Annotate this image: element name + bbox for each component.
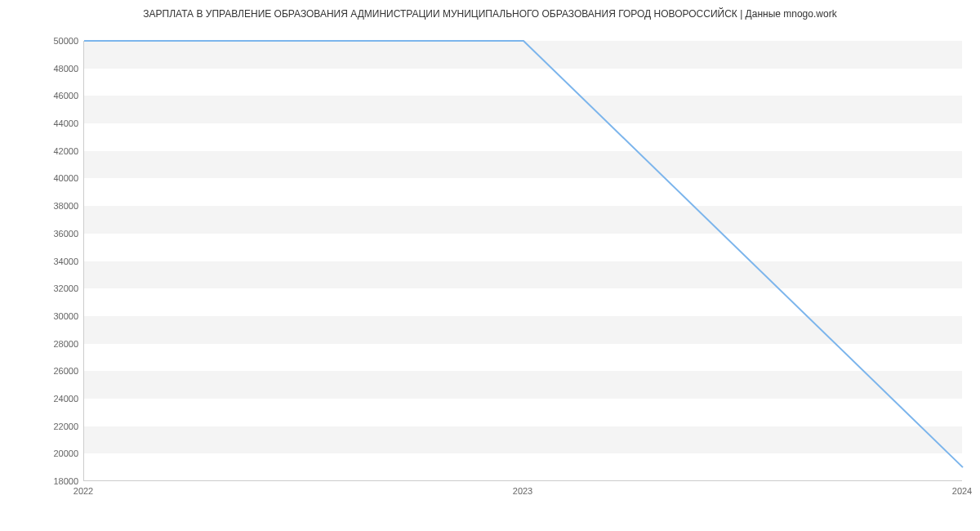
- y-tick-label: 22000: [38, 422, 78, 431]
- y-tick-label: 18000: [38, 476, 78, 486]
- y-tick-label: 24000: [38, 394, 78, 404]
- y-tick-label: 36000: [38, 229, 78, 239]
- y-tick-label: 42000: [38, 146, 78, 156]
- chart-container: ЗАРПЛАТА В УПРАВЛЕНИЕ ОБРАЗОВАНИЯ АДМИНИ…: [0, 0, 980, 531]
- y-tick-label: 48000: [38, 64, 78, 74]
- x-tick-label: 2022: [74, 486, 93, 496]
- y-tick-label: 28000: [38, 339, 78, 349]
- y-tick-label: 30000: [38, 311, 78, 321]
- y-tick-label: 40000: [38, 173, 78, 183]
- y-tick-label: 46000: [38, 91, 78, 100]
- y-tick-label: 44000: [38, 118, 78, 128]
- y-tick-label: 34000: [38, 257, 78, 266]
- plot-area: [83, 41, 962, 481]
- y-tick-label: 32000: [38, 283, 78, 293]
- y-tick-label: 20000: [38, 448, 78, 458]
- chart-title: ЗАРПЛАТА В УПРАВЛЕНИЕ ОБРАЗОВАНИЯ АДМИНИ…: [0, 8, 980, 20]
- data-line: [84, 41, 963, 467]
- y-tick-label: 38000: [38, 201, 78, 211]
- x-tick-label: 2024: [952, 486, 972, 496]
- y-tick-label: 50000: [38, 36, 78, 46]
- y-tick-label: 26000: [38, 366, 78, 376]
- x-tick-label: 2023: [513, 486, 532, 496]
- chart-svg: [84, 41, 962, 480]
